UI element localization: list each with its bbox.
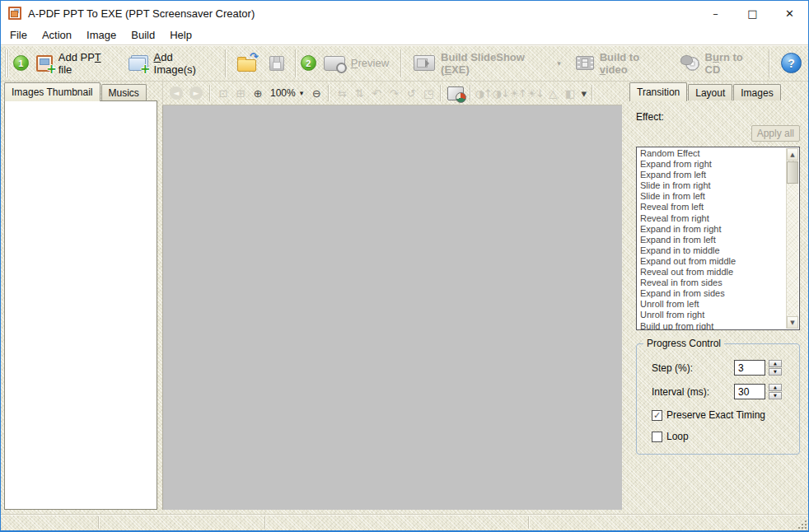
- effect-item[interactable]: Expand in from sides: [638, 288, 799, 299]
- build-slideshow-icon: [414, 55, 435, 71]
- effect-item[interactable]: Reveal from left: [638, 202, 799, 212]
- brightness-down-button[interactable]: ☀↓: [526, 84, 544, 102]
- transition-tab-page: Effect: Apply all Random EffectExpand fr…: [629, 100, 807, 514]
- maximize-button[interactable]: □: [734, 1, 771, 26]
- effect-item[interactable]: Expand out from middle: [638, 256, 799, 267]
- first-image-button[interactable]: ◄: [170, 86, 183, 100]
- toolbar-separator: [225, 49, 227, 77]
- effect-item[interactable]: Reveal from right: [638, 213, 799, 224]
- preserve-exact-timing-label: Preserve Exact Timing: [666, 409, 765, 421]
- effects-listbox[interactable]: Random EffectExpand from rightExpand fro…: [636, 147, 800, 330]
- last-image-button[interactable]: ►: [189, 86, 203, 100]
- interval-label: Interval (ms):: [652, 386, 734, 398]
- color-balance-dropdown-icon[interactable]: ▾: [578, 84, 588, 102]
- spin-up-icon[interactable]: ▲: [769, 360, 782, 367]
- effect-item[interactable]: Random Effect: [638, 148, 799, 159]
- contrast-down-button[interactable]: ◑↓: [492, 84, 509, 102]
- image-canvas[interactable]: [162, 105, 622, 510]
- add-images-button[interactable]: + Add Image(s): [121, 48, 221, 79]
- toolbar-separator: [592, 85, 593, 101]
- contrast-up-button[interactable]: ◑↑: [475, 84, 492, 102]
- help-button[interactable]: ?: [774, 48, 808, 79]
- build-slideshow-dropdown-icon[interactable]: ▾: [557, 59, 561, 68]
- preview-label: Preview: [351, 57, 389, 69]
- effect-item[interactable]: Unroll from left: [638, 299, 799, 310]
- flip-vertical-button[interactable]: ⇅: [350, 84, 367, 102]
- menu-help[interactable]: Help: [162, 26, 199, 44]
- toolbar-separator: [400, 49, 402, 77]
- images-thumbnail-list[interactable]: [4, 100, 157, 510]
- burn-to-cd-button[interactable]: Burn to CD: [673, 48, 765, 79]
- menu-build[interactable]: Build: [124, 26, 162, 44]
- free-rotate-button[interactable]: ↺: [402, 84, 419, 102]
- open-project-button[interactable]: [231, 48, 263, 79]
- effect-item[interactable]: Build up from right: [638, 321, 799, 331]
- effect-item[interactable]: Expand in to middle: [638, 245, 799, 256]
- status-separator: [264, 516, 266, 529]
- spin-up-icon[interactable]: ▲: [769, 384, 782, 391]
- title-bar: A-PDF PPT To EXE (PPT Screensaver Creato…: [1, 1, 808, 26]
- zoom-in-button[interactable]: ⊕: [249, 84, 266, 102]
- brightness-up-button[interactable]: ☀↑: [509, 84, 526, 102]
- effect-item[interactable]: Slide in from right: [638, 180, 799, 191]
- flip-horizontal-button[interactable]: ⇆: [333, 84, 350, 102]
- menu-file[interactable]: File: [2, 26, 35, 44]
- progress-control-group: Progress Control Step (%): ▲ ▼ Interval …: [636, 343, 800, 455]
- effect-item[interactable]: Expand from right: [638, 159, 799, 170]
- tab-musics[interactable]: Musics: [101, 84, 147, 100]
- scroll-up-icon[interactable]: ▲: [787, 148, 798, 161]
- add-ppt-label: Add PPT file: [58, 51, 114, 76]
- loop-checkbox[interactable]: [652, 432, 662, 442]
- tab-layout[interactable]: Layout: [688, 84, 732, 100]
- preview-button[interactable]: Preview: [316, 48, 396, 79]
- menu-image[interactable]: Image: [79, 26, 124, 44]
- scrollbar-thumb[interactable]: [787, 161, 798, 184]
- scroll-down-icon[interactable]: ▼: [787, 316, 798, 329]
- crop-button[interactable]: ◳: [419, 84, 437, 102]
- apply-all-button[interactable]: Apply all: [751, 125, 800, 142]
- left-panel: Images ThumbnailMusics: [4, 82, 157, 514]
- resize-grip[interactable]: [797, 519, 807, 529]
- spin-down-icon[interactable]: ▼: [769, 392, 782, 399]
- fit-width-button[interactable]: ⊞: [231, 84, 249, 102]
- main-toolbar: 1 + Add PPT file + Add Image(s) 2 Previe…: [1, 44, 808, 82]
- image-effects-button[interactable]: [447, 86, 464, 100]
- build-slideshow-button[interactable]: Build SlideShow (EXE) ▾: [406, 48, 568, 79]
- chevron-down-icon: ▾: [300, 89, 304, 97]
- effects-scrollbar[interactable]: ▲ ▼: [786, 148, 798, 329]
- save-project-button[interactable]: [263, 48, 291, 79]
- color-balance-button[interactable]: ◧: [561, 84, 578, 102]
- tab-images-thumbnail[interactable]: Images Thumbnail: [4, 82, 101, 101]
- effect-item[interactable]: Expand from left: [638, 170, 799, 180]
- effect-item[interactable]: Reveal in from sides: [638, 278, 799, 288]
- zoom-level-select[interactable]: 100% ▾: [266, 87, 307, 99]
- loop-label: Loop: [666, 431, 689, 442]
- effect-item[interactable]: Expand in from right: [638, 224, 799, 235]
- add-ppt-file-button[interactable]: + Add PPT file: [29, 48, 121, 79]
- effect-item[interactable]: Reveal out from middle: [638, 267, 799, 278]
- menu-action[interactable]: Action: [35, 26, 79, 44]
- help-icon: ?: [781, 53, 802, 73]
- close-button[interactable]: ✕: [771, 1, 808, 26]
- tab-transition[interactable]: Transition: [629, 82, 687, 101]
- menu-bar: FileActionImageBuildHelp: [1, 26, 808, 44]
- sharpen-button[interactable]: △: [544, 84, 561, 102]
- interval-input[interactable]: [734, 384, 765, 399]
- right-tab-strip: TransitionLayoutImages: [629, 82, 807, 100]
- fit-page-button[interactable]: ⊡: [214, 84, 231, 102]
- effect-item[interactable]: Slide in from left: [638, 191, 799, 202]
- rotate-left-button[interactable]: ↶: [367, 84, 385, 102]
- step-input[interactable]: [734, 360, 765, 376]
- spin-down-icon[interactable]: ▼: [769, 368, 782, 376]
- toolbar-gripper[interactable]: [5, 49, 9, 77]
- effect-item[interactable]: Unroll from right: [638, 310, 799, 320]
- minimize-button[interactable]: –: [697, 1, 734, 26]
- window-title: A-PDF PPT To EXE (PPT Screensaver Creato…: [28, 7, 255, 20]
- preserve-exact-timing-checkbox[interactable]: ✓: [652, 410, 662, 421]
- effect-item[interactable]: Expand in from left: [638, 235, 799, 245]
- zoom-out-button[interactable]: ⊖: [307, 84, 325, 102]
- left-tab-strip: Images ThumbnailMusics: [4, 82, 157, 100]
- tab-images[interactable]: Images: [733, 84, 780, 100]
- rotate-right-button[interactable]: ↷: [385, 84, 402, 102]
- build-to-video-button[interactable]: Build to video: [568, 48, 673, 79]
